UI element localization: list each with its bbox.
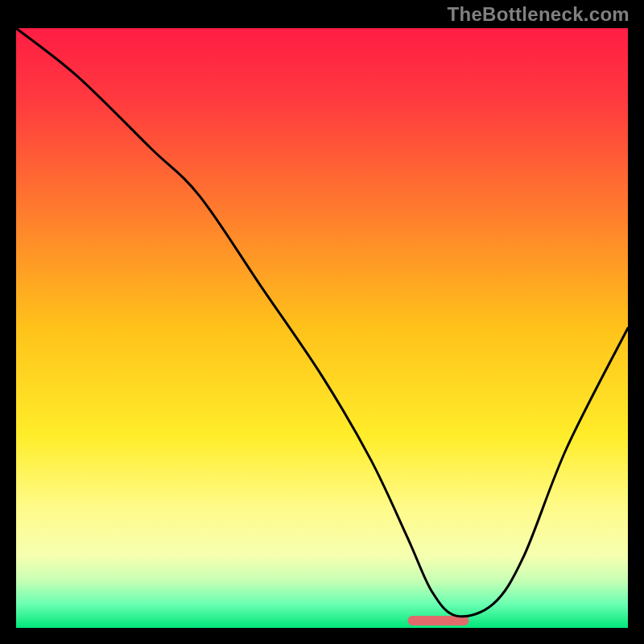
chart-container: TheBottleneck.com	[0, 0, 644, 644]
background-gradient	[16, 28, 628, 628]
chart-svg	[16, 28, 628, 628]
plot-frame	[16, 28, 628, 628]
watermark-label: TheBottleneck.com	[448, 3, 630, 26]
